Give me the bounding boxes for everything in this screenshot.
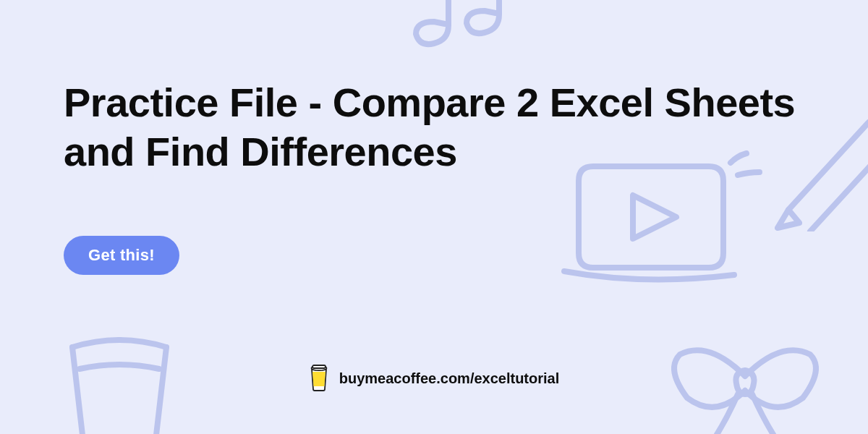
coffee-cup-icon	[309, 365, 329, 392]
footer-url: buymeacoffee.com/exceltutorial	[339, 370, 560, 387]
music-note-doodle	[405, 0, 550, 65]
cta-label: Get this!	[88, 246, 155, 265]
svg-rect-1	[312, 365, 326, 368]
page-title: Practice File - Compare 2 Excel Sheets a…	[64, 78, 809, 177]
get-this-button[interactable]: Get this!	[64, 236, 179, 275]
footer: buymeacoffee.com/exceltutorial	[0, 365, 868, 392]
